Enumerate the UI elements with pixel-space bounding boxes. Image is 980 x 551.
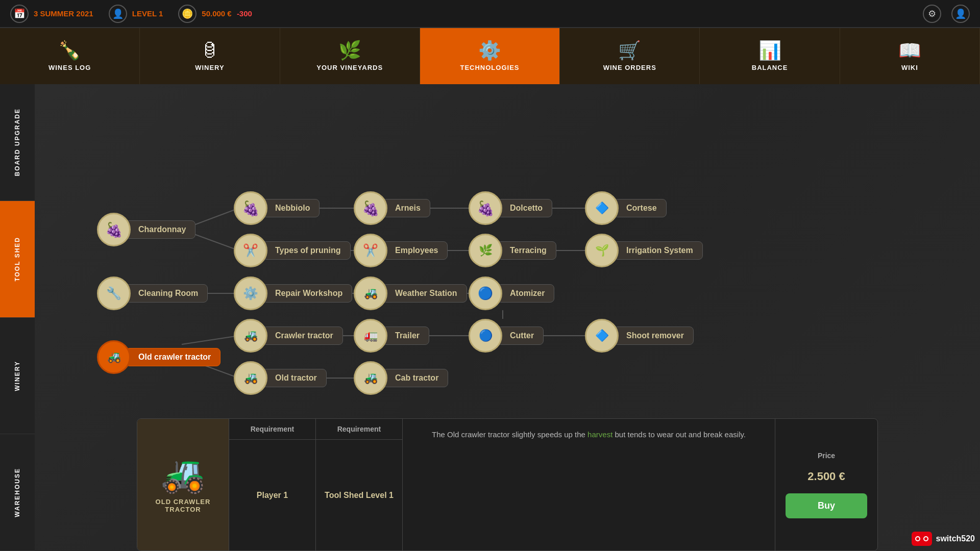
node-old-crawler-tractor[interactable]: 🚜 Old crawler tractor — [97, 340, 220, 374]
tool-shed-label: TOOL SHED — [14, 237, 21, 282]
node-shoot-remover[interactable]: 🔷 Shoot remover — [585, 319, 694, 353]
detail-image-section: 🚜 OLD CRAWLER TRACTOR — [137, 419, 229, 550]
cortese-icon: 🔷 — [585, 191, 619, 225]
detail-price-section: Price 2.500 € Buy — [775, 419, 877, 550]
node-employees[interactable]: ✂️ Employees — [354, 234, 448, 267]
req1-value: Player 1 — [229, 440, 316, 550]
node-old-tractor[interactable]: 🚜 Old tractor — [234, 361, 327, 395]
detail-panel: 🚜 OLD CRAWLER TRACTOR Requirement Requir… — [137, 418, 878, 551]
node-trailer[interactable]: 🚛 Trailer — [354, 319, 429, 353]
node-weather-station[interactable]: 🚜 Weather Station — [354, 277, 467, 310]
warehouse-label: WAREHOUSE — [14, 468, 21, 517]
board-upgrade-label: BOARD UPGRADE — [14, 108, 21, 176]
node-atomizer[interactable]: 🔵 Atomizer — [469, 277, 554, 310]
detail-desc-text: The Old crawler tractor slightly speeds … — [413, 429, 765, 441]
svg-point-24 — [924, 537, 927, 540]
nebbiolo-label: Nebbiolo — [262, 199, 320, 217]
node-cortese[interactable]: 🔷 Cortese — [585, 191, 667, 225]
season-info: 📅 3 SUMMER 2021 — [10, 5, 93, 23]
trailer-label: Trailer — [382, 327, 429, 345]
node-arneis[interactable]: 🍇 Arneis — [354, 191, 430, 225]
calendar-icon: 📅 — [10, 5, 29, 23]
player-icon: 👤 — [109, 5, 127, 23]
tab-wine-orders[interactable]: 🛒 WINE ORDERS — [560, 28, 700, 84]
tab-winery[interactable]: 🛢 WINERY — [140, 28, 280, 84]
nav-tabs: 🍾 WINES LOG 🛢 WINERY 🌿 YOUR VINEYARDS ⚙️… — [0, 28, 980, 84]
wiki-icon: 📖 — [898, 41, 921, 60]
node-repair-workshop[interactable]: ⚙️ Repair Workshop — [234, 277, 352, 310]
atomizer-icon: 🔵 — [469, 277, 502, 310]
node-dolcetto[interactable]: 🍇 Dolcetto — [469, 191, 552, 225]
switch-icon — [912, 532, 932, 546]
detail-requirements: Requirement Requirement Player 1 Tool Sh… — [229, 419, 403, 550]
dolcetto-icon: 🍇 — [469, 191, 502, 225]
node-cleaning-room[interactable]: 🔧 Cleaning Room — [97, 277, 208, 310]
top-bar: 📅 3 SUMMER 2021 👤 LEVEL 1 🪙 50.000 € -30… — [0, 0, 980, 28]
price-value: 2.500 € — [807, 470, 845, 483]
sidebar-item-board-upgrade[interactable]: BOARD UPGRADE — [0, 84, 35, 201]
dolcetto-label: Dolcetto — [497, 199, 552, 217]
crawler-icon: 🚜 — [234, 319, 267, 353]
settings-button[interactable]: ⚙ — [923, 5, 941, 23]
crawler-label: Crawler tractor — [262, 327, 343, 345]
req2-value: Tool Shed Level 1 — [316, 440, 402, 550]
wines-log-label: WINES LOG — [48, 64, 91, 71]
money-icon: 🪙 — [178, 5, 197, 23]
node-nebbiolo[interactable]: 🍇 Nebbiolo — [234, 191, 320, 225]
tab-balance[interactable]: 📊 BALANCE — [700, 28, 840, 84]
tab-wiki[interactable]: 📖 WIKI — [840, 28, 980, 84]
detail-item-title: OLD CRAWLER TRACTOR — [148, 498, 218, 513]
node-cutter[interactable]: 🔵 Cutter — [469, 319, 544, 353]
buy-button[interactable]: Buy — [786, 493, 867, 518]
node-terracing[interactable]: 🌿 Terracing — [469, 234, 556, 267]
balance-info: 🪙 50.000 € -300 — [178, 5, 252, 23]
balance-text: 50.000 € -300 — [202, 9, 252, 18]
node-types-of-pruning[interactable]: ✂️ Types of pruning — [234, 234, 351, 267]
sidebar-item-warehouse[interactable]: WAREHOUSE — [0, 434, 35, 551]
arneis-icon: 🍇 — [354, 191, 387, 225]
profile-button[interactable]: 👤 — [951, 5, 970, 23]
vineyards-icon: 🌿 — [338, 41, 361, 60]
svg-point-23 — [916, 537, 919, 540]
wine-orders-icon: 🛒 — [618, 41, 641, 60]
pruning-icon: ✂️ — [234, 234, 267, 267]
content-area: 🍇 Chardonnay 🍇 Nebbiolo 🍇 Arneis 🍇 Dolce… — [35, 84, 980, 551]
chardonnay-icon: 🍇 — [97, 213, 131, 246]
wine-orders-label: WINE ORDERS — [603, 64, 656, 71]
technologies-label: TECHNOLOGIES — [460, 64, 519, 71]
employees-icon: ✂️ — [354, 234, 387, 267]
shoot-remover-label: Shoot remover — [614, 327, 694, 345]
node-crawler-tractor[interactable]: 🚜 Crawler tractor — [234, 319, 343, 353]
cutter-icon: 🔵 — [469, 319, 502, 353]
winery-side-label: WINERY — [14, 361, 21, 391]
sidebar-item-tool-shed[interactable]: TOOL SHED — [0, 201, 35, 318]
chardonnay-label: Chardonnay — [126, 220, 195, 239]
req2-header: Requirement — [316, 419, 402, 439]
old-crawler-label: Old crawler tractor — [126, 348, 220, 366]
winery-icon: 🛢 — [201, 41, 219, 60]
tab-technologies[interactable]: ⚙️ TECHNOLOGIES — [420, 28, 560, 84]
cab-tractor-label: Cab tractor — [382, 369, 448, 387]
node-cab-tractor[interactable]: 🚜 Cab tractor — [354, 361, 448, 395]
tab-your-vineyards[interactable]: 🌿 YOUR VINEYARDS — [280, 28, 420, 84]
node-irrigation-system[interactable]: 🌱 Irrigation System — [585, 234, 703, 267]
tab-wines-log[interactable]: 🍾 WINES LOG — [0, 28, 140, 84]
highlight-word: harvest — [587, 430, 612, 439]
trailer-icon: 🚛 — [354, 319, 387, 353]
technologies-icon: ⚙️ — [478, 41, 501, 60]
cleaning-label: Cleaning Room — [126, 284, 208, 303]
old-crawler-icon: 🚜 — [97, 340, 131, 374]
main-area: BOARD UPGRADE TOOL SHED WINERY WAREHOUSE — [0, 84, 980, 551]
switch-logo: switch520 — [912, 532, 975, 546]
detail-description: The Old crawler tractor slightly speeds … — [403, 419, 775, 550]
employees-label: Employees — [382, 241, 448, 260]
sidebar-item-winery[interactable]: WINERY — [0, 318, 35, 435]
nebbiolo-icon: 🍇 — [234, 191, 267, 225]
wiki-label: WIKI — [901, 64, 918, 71]
irrigation-label: Irrigation System — [614, 241, 703, 260]
irrigation-icon: 🌱 — [585, 234, 619, 267]
old-tractor-label: Old tractor — [262, 369, 327, 387]
node-chardonnay[interactable]: 🍇 Chardonnay — [97, 213, 195, 246]
cortese-label: Cortese — [614, 199, 667, 217]
terracing-icon: 🌿 — [469, 234, 502, 267]
